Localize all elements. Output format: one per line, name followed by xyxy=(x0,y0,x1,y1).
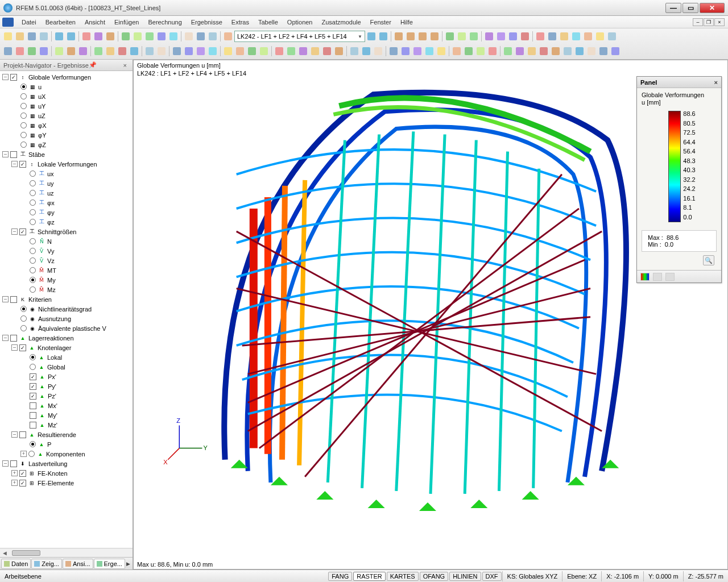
checkbox[interactable] xyxy=(10,296,17,303)
toolbar-open-icon[interactable] xyxy=(14,31,26,42)
toolbar-results-icon[interactable] xyxy=(456,31,468,42)
navigator-pin-icon[interactable]: 📌 xyxy=(89,61,97,69)
radio[interactable] xyxy=(20,315,27,322)
tb2-filter-icon[interactable] xyxy=(349,45,360,57)
tb2-lineload-icon[interactable] xyxy=(129,45,140,57)
toolbar-loadcase-combo[interactable]: LK242 - LF1 + LF2 + LF4 + LF5 + LF14 ▼ xyxy=(234,31,365,42)
toolbar-axes-icon[interactable] xyxy=(535,31,546,42)
tree-py[interactable]: ▲Py' xyxy=(0,381,133,391)
tb2-diag-icon[interactable] xyxy=(436,45,447,57)
tree-knotenlager[interactable]: –▲Knotenlager xyxy=(0,343,133,352)
toolbar-prev-lc-icon[interactable] xyxy=(366,31,377,42)
menu-fenster[interactable]: Fenster xyxy=(366,18,396,27)
radio[interactable] xyxy=(20,142,27,148)
tree-uy[interactable]: ▦uY xyxy=(0,101,133,111)
tree-Mz[interactable]: M̄Mz xyxy=(0,285,133,294)
checkbox[interactable] xyxy=(30,402,36,409)
radio[interactable] xyxy=(20,93,27,99)
mdi-minimize-button[interactable]: – xyxy=(693,18,703,26)
mdi-restore-button[interactable]: ❐ xyxy=(704,18,714,26)
radio[interactable] xyxy=(28,451,35,457)
menu-zusatzmodule[interactable]: Zusatzmodule xyxy=(317,18,366,27)
tb2-xz-icon[interactable] xyxy=(333,45,345,57)
tree-Vz[interactable]: V̄Vz xyxy=(0,256,133,265)
tb2-val-icon[interactable] xyxy=(487,45,498,57)
navigator-tree[interactable]: – ↕ Globale Verformungen ▦u ▦uX ▦uY ▦uZ … xyxy=(0,71,133,548)
checkbox[interactable] xyxy=(19,480,26,487)
tree-Vy[interactable]: V̄Vy xyxy=(0,246,133,256)
expand-icon[interactable]: – xyxy=(11,161,18,167)
tree-plastisch[interactable]: ◉Äquivalente plastische V xyxy=(0,323,133,333)
checkbox[interactable] xyxy=(19,431,26,438)
tb2-contour-icon[interactable] xyxy=(475,45,486,57)
tree-local-uz[interactable]: 工uz xyxy=(0,188,133,198)
checkbox[interactable] xyxy=(19,470,26,477)
tree-global[interactable]: ▲Global xyxy=(0,362,133,372)
tree-mz[interactable]: ▲Mz' xyxy=(0,420,133,430)
menu-tabelle[interactable]: Tabelle xyxy=(254,18,283,27)
toolbar-undo-icon[interactable] xyxy=(53,31,65,42)
radio[interactable] xyxy=(30,267,36,273)
radio[interactable] xyxy=(30,180,36,186)
toolbar-module2-icon[interactable] xyxy=(495,31,507,42)
expand-icon[interactable]: – xyxy=(11,228,18,235)
tree-my[interactable]: ▲My' xyxy=(0,410,133,420)
tree-local-ux[interactable]: 工ux xyxy=(0,169,133,178)
tb2-force-icon[interactable] xyxy=(400,45,411,57)
radio[interactable] xyxy=(20,132,27,138)
nav-tab-ansichten[interactable]: Ansi... xyxy=(63,559,93,569)
toolbar-paste-icon[interactable] xyxy=(105,31,116,42)
status-dxf-button[interactable]: DXF xyxy=(482,572,502,581)
toolbar-panel-icon[interactable] xyxy=(207,31,218,42)
tree-local-phix[interactable]: 工φx xyxy=(0,198,133,207)
tb2-hinge-icon[interactable] xyxy=(105,45,116,57)
window-maximize-button[interactable]: ▭ xyxy=(682,3,698,13)
tb2-sec-icon[interactable] xyxy=(246,45,258,57)
tb2-vis-icon[interactable] xyxy=(361,45,372,57)
radio[interactable] xyxy=(20,113,27,119)
nav-tab-ergebnisse[interactable]: Erge... xyxy=(94,559,125,569)
toolbar-module4-icon[interactable] xyxy=(519,31,531,42)
radio[interactable] xyxy=(30,286,36,293)
toolbar-calc-icon[interactable] xyxy=(444,31,456,42)
checkbox[interactable] xyxy=(19,161,26,168)
toolbar-new-icon[interactable] xyxy=(2,31,14,42)
tb2-member-icon[interactable] xyxy=(38,45,49,57)
tree-komponenten[interactable]: +▲Komponenten xyxy=(0,449,133,459)
mdi-close-button[interactable]: × xyxy=(714,18,725,26)
tb2-render-icon[interactable] xyxy=(207,45,218,57)
model-viewport[interactable]: Globale Verformungen u [mm] LK242 : LF1 … xyxy=(133,60,728,569)
toolbar-print-icon[interactable] xyxy=(38,31,49,42)
navigator-close-button[interactable]: × xyxy=(121,62,129,69)
checkbox[interactable] xyxy=(10,335,17,342)
tb2-extra5-icon[interactable] xyxy=(550,45,561,57)
tree-lagerreaktionen[interactable]: –▲Lagerreaktionen xyxy=(0,333,133,343)
tb2-solid-view-icon[interactable] xyxy=(183,45,195,57)
radio[interactable] xyxy=(30,199,36,206)
menu-ergebnisse[interactable]: Ergebnisse xyxy=(187,18,227,27)
menu-einfuegen[interactable]: Einfügen xyxy=(110,18,143,27)
radio[interactable] xyxy=(30,354,36,360)
checkbox[interactable] xyxy=(30,422,36,429)
window-close-button[interactable]: ✕ xyxy=(700,3,725,13)
toolbar-save-icon[interactable] xyxy=(26,31,38,42)
radio[interactable] xyxy=(20,325,27,331)
menu-optionen[interactable]: Optionen xyxy=(283,18,317,27)
radio[interactable] xyxy=(30,190,36,196)
toolbar-misc2-icon[interactable] xyxy=(582,31,594,42)
expand-icon[interactable]: – xyxy=(2,335,9,341)
tb2-z-icon[interactable] xyxy=(297,45,309,57)
toolbar-snap-icon[interactable] xyxy=(559,31,570,42)
toolbar-misc4-icon[interactable] xyxy=(606,31,618,42)
tb2-extra4-icon[interactable] xyxy=(538,45,549,57)
tree-nonlin[interactable]: ◉Nichtlinearitätsgrad xyxy=(0,304,133,314)
checkbox[interactable] xyxy=(10,151,17,158)
menu-hilfe[interactable]: Hilfe xyxy=(396,18,417,27)
tree-lokal[interactable]: ▲Lokal xyxy=(0,352,133,362)
panel-close-button[interactable]: × xyxy=(714,79,718,86)
tree-N[interactable]: N̄N xyxy=(0,236,133,246)
tb2-extra9-icon[interactable] xyxy=(598,45,609,57)
tree-fe-knoten[interactable]: +⊞FE-Knoten xyxy=(0,468,133,478)
panel-tab-factor-icon[interactable] xyxy=(653,273,662,281)
toolbar-zoom-icon[interactable] xyxy=(132,31,143,42)
